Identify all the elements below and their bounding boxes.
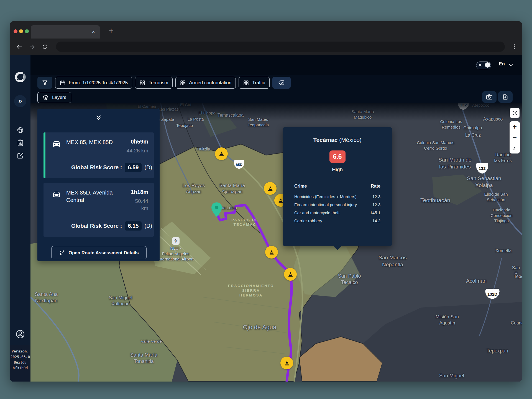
incident-marker[interactable]	[280, 357, 293, 369]
route-card-alternative[interactable]: MEX 85D, Avenida Central 1h18m 50.44 km …	[44, 183, 154, 237]
filter-chips: TerrorismArmed confrontationTraffic	[135, 77, 269, 89]
crime-row: Homicides (Femicides + Murders)12.3	[294, 193, 380, 201]
new-tab-button[interactable]: +	[105, 24, 117, 37]
crime-rate: 12.3	[372, 201, 380, 209]
sidebar-item-globe[interactable]	[10, 126, 30, 134]
app-root: » Version: 2025.03.0 Build: bf31b9d	[10, 55, 522, 382]
car-icon	[51, 139, 62, 154]
fullscreen-icon	[512, 110, 518, 116]
browser-window: × + »	[10, 21, 522, 382]
route-name: MEX 85D, Avenida Central	[66, 189, 124, 212]
chevron-down-icon	[508, 62, 514, 69]
version-value: 2025.03.0	[11, 355, 30, 359]
bolt-icon	[21, 131, 22, 133]
filter-chip[interactable]: Traffic	[239, 77, 269, 89]
route-name: MEX 85, MEX 85D	[66, 139, 122, 154]
open-route-assessment-button[interactable]: Open Route Assessment Details	[51, 246, 147, 259]
crime-rate: 12.3	[372, 193, 380, 201]
export-button[interactable]	[498, 91, 513, 103]
window-minimize-button[interactable]	[19, 29, 23, 33]
language-selector[interactable]: En	[499, 61, 505, 67]
incident-marker[interactable]	[265, 246, 278, 259]
browser-tab[interactable]: ×	[31, 25, 100, 39]
divider	[76, 93, 76, 103]
toggle-knob	[485, 62, 490, 68]
risk-score-badge: 6.6	[329, 150, 346, 163]
sidebar-item-external-link[interactable]	[10, 152, 30, 159]
traffic-cone-icon	[287, 271, 294, 278]
tilt-icon	[512, 145, 518, 151]
zoom-in-button[interactable]: +	[510, 121, 520, 132]
build-value: bf31b9d	[13, 366, 28, 370]
forward-button[interactable]	[27, 42, 37, 52]
route-icon	[59, 250, 65, 256]
url-bar[interactable]	[56, 42, 505, 52]
risk-score-value: 6.59	[125, 163, 142, 172]
top-bars: En From: 1/1/2025 To: 4/1/2025 Terrorism…	[30, 55, 522, 103]
traffic-cone-icon	[268, 249, 275, 256]
app-logo[interactable]	[10, 71, 30, 83]
start-marker[interactable]	[211, 202, 223, 218]
app-header: En	[30, 55, 522, 75]
filter-button[interactable]	[37, 77, 52, 89]
filter-chip-label: Terrorism	[149, 80, 168, 86]
date-range-button[interactable]: From: 1/1/2025 To: 4/1/2025	[55, 77, 132, 89]
category-icon	[243, 80, 249, 86]
risk-score-label: Global Risk Score :	[71, 223, 122, 229]
filter-chip-label: Armed confrontation	[189, 80, 231, 86]
incident-marker[interactable]	[284, 268, 297, 281]
version-info: Version: 2025.03.0 Build: bf31b9d	[10, 345, 30, 382]
car-icon	[51, 190, 62, 212]
route-duration: 1h18m	[128, 189, 148, 195]
filter-chip[interactable]: Terrorism	[135, 77, 173, 89]
funnel-icon	[42, 80, 48, 86]
back-button[interactable]	[14, 42, 24, 52]
filter-chip-label: Traffic	[252, 80, 265, 86]
crime-row: Carrier robbery14.2	[294, 217, 380, 225]
rate-column-header: Rate	[371, 182, 380, 190]
menu-kebab-icon[interactable]	[511, 44, 518, 49]
popup-country: (México)	[338, 137, 362, 143]
theme-toggle[interactable]	[476, 62, 491, 69]
date-range-label: From: 1/1/2025 To: 4/1/2025	[69, 80, 128, 86]
risk-grade: (D)	[144, 164, 152, 171]
filter-chip[interactable]: Armed confrontation	[175, 77, 236, 89]
sidebar-item-reports[interactable]	[10, 139, 30, 147]
filter-row: From: 1/1/2025 To: 4/1/2025 TerrorismArm…	[37, 77, 291, 89]
layers-icon	[42, 94, 49, 101]
sidebar-item-profile[interactable]	[10, 329, 30, 339]
crime-table-body: Homicides (Femicides + Murders)12.3Firea…	[294, 193, 380, 225]
route-card-selected[interactable]: MEX 85, MEX 85D 0h59m 44.26 km Global Ri…	[44, 132, 154, 178]
map-canvas[interactable]: El CarmenLas PlazasEl CidEl ChopoLa Post…	[30, 103, 522, 382]
category-icon	[180, 80, 186, 86]
window-maximize-button[interactable]	[25, 29, 29, 33]
city-risk-popup: Tecámac (México) 6.6 High Crime Rate Hom…	[283, 127, 392, 246]
tilt-button[interactable]	[510, 143, 520, 154]
crime-row: Firearm intentional personal injury12.3	[294, 201, 380, 209]
clear-filters-button[interactable]	[272, 77, 291, 89]
collapse-panel-button[interactable]	[95, 115, 102, 122]
layers-button[interactable]: Layers	[37, 92, 71, 103]
version-label: Version:	[12, 349, 29, 353]
reload-button[interactable]	[40, 42, 50, 52]
tab-close-icon[interactable]: ×	[90, 29, 97, 35]
zoom-out-button[interactable]: −	[510, 132, 520, 143]
window-close-button[interactable]	[14, 29, 17, 33]
risk-level-label: High	[283, 167, 392, 173]
fullscreen-button[interactable]	[510, 108, 520, 118]
screenshot-button[interactable]	[482, 91, 497, 103]
incident-marker[interactable]	[264, 182, 277, 195]
filter-toolbar: From: 1/1/2025 To: 4/1/2025 TerrorismArm…	[30, 75, 522, 103]
browser-navbar	[10, 39, 522, 55]
selected-indicator	[44, 132, 45, 178]
sun-icon	[478, 63, 482, 68]
incident-marker[interactable]	[215, 147, 228, 160]
build-label: Build:	[14, 360, 27, 364]
map-actions	[482, 91, 513, 103]
double-chevron-icon	[95, 115, 102, 121]
traffic-cone-icon	[283, 359, 291, 367]
sidebar-expand-button[interactable]: »	[14, 95, 26, 107]
file-download-icon	[502, 94, 509, 100]
crime-name: Carrier robbery	[294, 217, 322, 225]
crime-name: Homicides (Femicides + Murders)	[294, 193, 357, 201]
